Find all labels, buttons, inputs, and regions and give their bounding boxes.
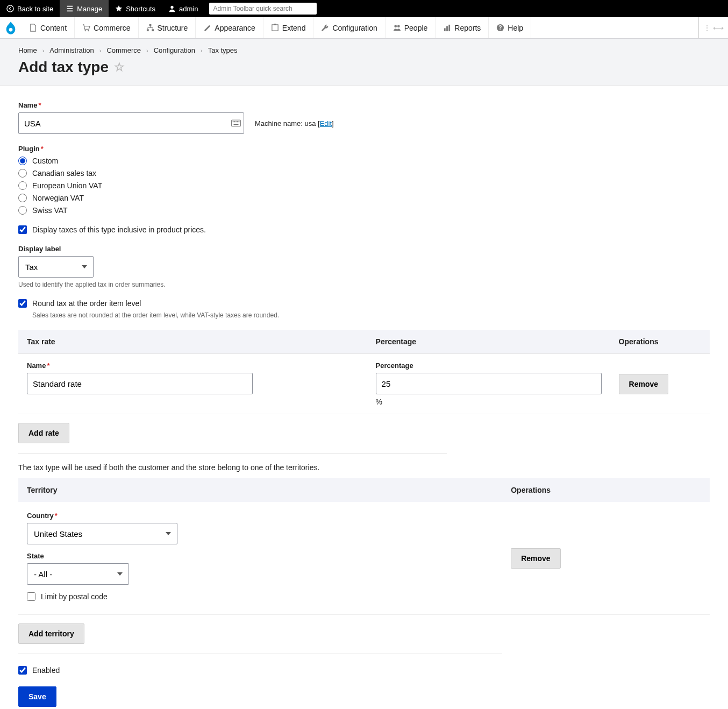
star-filled-icon	[115, 5, 123, 12]
rate-pct-input[interactable]	[376, 373, 602, 394]
plugin-swiss-label: Swiss VAT	[32, 206, 68, 215]
machine-name: Machine name: usa [Edit]	[255, 119, 334, 127]
toolbar-edge[interactable]: ⋮ ⟷	[698, 17, 728, 38]
enabled-label: Enabled	[32, 666, 60, 675]
svg-rect-14	[449, 25, 451, 31]
round-label: Round tax at the order item level	[32, 299, 141, 308]
crumb-config[interactable]: Configuration	[154, 46, 195, 54]
pct-symbol: %	[376, 398, 602, 406]
field-display-label: Display label Tax Used to identify the a…	[18, 245, 710, 288]
machine-edit-link[interactable]: Edit	[320, 119, 332, 127]
add-rate-button[interactable]: Add rate	[18, 423, 69, 443]
svg-point-10	[394, 25, 397, 27]
add-territory-button[interactable]: Add territory	[18, 623, 84, 644]
limit-postal-checkbox[interactable]	[27, 592, 35, 601]
svg-point-11	[397, 25, 400, 27]
rate-remove-button[interactable]: Remove	[619, 374, 668, 394]
svg-point-4	[88, 30, 89, 31]
tax-rate-table: Tax rate Percentage Operations Name* Per…	[18, 330, 710, 414]
tax-rate-row: Name* Percentage % Remove	[18, 354, 710, 414]
crumb-taxtypes[interactable]: Tax types	[208, 46, 238, 54]
menu-icon	[66, 5, 74, 12]
round-help: Sales taxes are not rounded at the order…	[32, 311, 710, 319]
user-toggle[interactable]: admin	[162, 0, 204, 17]
crumb-commerce[interactable]: Commerce	[106, 46, 141, 54]
toolbar-bar: Back to site Manage Shortcuts admin	[0, 0, 728, 17]
back-to-site[interactable]: Back to site	[0, 0, 60, 17]
menu-help-label: Help	[508, 24, 523, 32]
display-inclusive-checkbox[interactable]	[18, 225, 27, 234]
menu-content-label: Content	[40, 24, 67, 32]
display-label-select[interactable]: Tax	[18, 256, 94, 278]
user-icon	[168, 5, 176, 12]
svg-rect-12	[444, 28, 446, 31]
admin-toolbar-search[interactable]	[209, 3, 317, 15]
round-checkbox[interactable]	[18, 299, 27, 308]
chevron-right-icon: ›	[197, 47, 206, 54]
field-plugin: Plugin* Custom Canadian sales tax Europe…	[18, 145, 710, 215]
crumb-admin[interactable]: Administration	[49, 46, 94, 54]
display-label-help: Used to identify the applied tax in orde…	[18, 281, 710, 288]
menu-help[interactable]: ? Help	[489, 17, 531, 38]
territory-table: Territory Operations Country* United Sta…	[18, 478, 710, 615]
country-label: Country*	[27, 512, 494, 520]
page-title: Add tax type ☆	[18, 59, 710, 76]
plugin-eu-label: European Union VAT	[32, 181, 102, 190]
menu-reports-label: Reports	[454, 24, 481, 32]
manage-toggle[interactable]: Manage	[60, 0, 109, 17]
menu-extend-label: Extend	[282, 24, 306, 32]
menu-structure[interactable]: Structure	[139, 17, 196, 38]
save-button[interactable]: Save	[18, 686, 56, 707]
svg-text:?: ?	[499, 25, 502, 31]
chevron-right-icon: ›	[39, 47, 48, 54]
plugin-canadian-radio[interactable]	[18, 169, 27, 178]
chart-icon	[443, 24, 451, 32]
svg-rect-5	[149, 24, 151, 26]
people-icon	[393, 24, 401, 32]
svg-rect-8	[272, 25, 278, 31]
rate-name-input[interactable]	[27, 373, 253, 394]
th-territory-ops: Operations	[502, 478, 710, 502]
breadcrumb: Home › Administration › Commerce › Confi…	[18, 46, 710, 54]
region-header: Home › Administration › Commerce › Confi…	[0, 39, 728, 86]
rate-pct-label: Percentage	[376, 361, 602, 370]
drupal-logo[interactable]	[0, 17, 22, 38]
menu-reports[interactable]: Reports	[436, 17, 489, 38]
territory-remove-button[interactable]: Remove	[511, 548, 560, 569]
svg-rect-13	[446, 26, 448, 31]
menu-content[interactable]: Content	[22, 17, 75, 38]
menu-appearance[interactable]: Appearance	[196, 17, 263, 38]
name-input[interactable]	[18, 112, 244, 134]
th-territory: Territory	[18, 478, 502, 502]
svg-rect-7	[152, 29, 154, 31]
menu-structure-label: Structure	[158, 24, 188, 32]
menu-configuration[interactable]: Configuration	[313, 17, 385, 38]
plugin-norwegian-label: Norwegian VAT	[32, 194, 84, 202]
back-label: Back to site	[17, 5, 53, 13]
star-outline-icon[interactable]: ☆	[114, 60, 125, 74]
menu-people[interactable]: People	[386, 17, 436, 38]
plugin-custom-radio[interactable]	[18, 157, 27, 165]
chevron-right-icon: ›	[143, 47, 152, 54]
svg-point-1	[170, 6, 173, 9]
admin-menu: Content Commerce Structure Appearance Ex…	[0, 17, 728, 39]
plugin-swiss-radio[interactable]	[18, 206, 27, 215]
state-select[interactable]: - All -	[27, 563, 129, 585]
plugin-norwegian-radio[interactable]	[18, 194, 27, 202]
limit-postal-label: Limit by postal code	[41, 592, 108, 601]
crumb-home[interactable]: Home	[18, 46, 37, 54]
country-select[interactable]: United States	[27, 523, 177, 544]
menu-appearance-label: Appearance	[215, 24, 255, 32]
enabled-checkbox[interactable]	[18, 666, 27, 675]
menu-extend[interactable]: Extend	[263, 17, 314, 38]
display-inclusive-label: Display taxes of this type inclusive in …	[32, 225, 206, 234]
chevron-right-icon: ›	[96, 47, 105, 54]
plugin-label: Plugin*	[18, 145, 710, 153]
svg-point-2	[9, 28, 13, 32]
plugin-eu-radio[interactable]	[18, 181, 27, 190]
field-display-inclusive: Display taxes of this type inclusive in …	[18, 225, 710, 234]
menu-commerce[interactable]: Commerce	[75, 17, 138, 38]
shortcuts-toggle[interactable]: Shortcuts	[109, 0, 162, 17]
main-form: Name* Machine name: usa [Edit] Plugin* C…	[0, 86, 728, 709]
territory-row: Country* United States State - All - Li	[18, 502, 710, 615]
